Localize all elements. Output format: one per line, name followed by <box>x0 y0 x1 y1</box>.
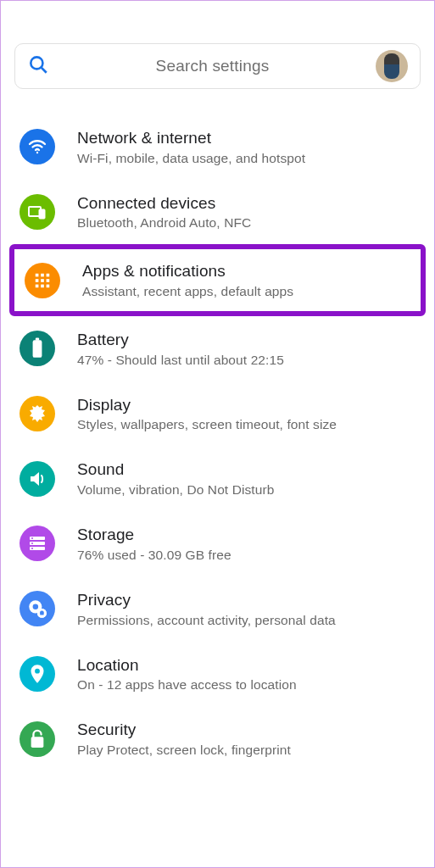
svg-rect-14 <box>33 341 42 359</box>
svg-rect-4 <box>39 209 45 219</box>
item-title: Sound <box>77 459 274 481</box>
item-display[interactable]: Display Styles, wallpapers, screen timeo… <box>1 381 434 447</box>
svg-point-23 <box>33 604 39 610</box>
item-subtitle: Assistant, recent apps, default apps <box>82 284 293 299</box>
security-icon <box>20 721 55 757</box>
svg-rect-28 <box>31 737 44 748</box>
sound-icon <box>20 461 55 497</box>
item-network-internet[interactable]: Network & internet Wi-Fi, mobile, data u… <box>1 114 434 180</box>
svg-rect-15 <box>36 338 39 341</box>
item-title: Display <box>77 395 337 416</box>
apps-icon <box>25 263 60 298</box>
item-title: Privacy <box>77 590 336 611</box>
item-subtitle: Permissions, account activity, personal … <box>77 613 336 628</box>
svg-rect-5 <box>36 273 39 276</box>
item-battery[interactable]: Battery 47% - Should last until about 22… <box>1 316 434 381</box>
item-security[interactable]: Security Play Protect, screen lock, fing… <box>1 706 434 771</box>
item-title: Network & internet <box>77 128 305 149</box>
item-subtitle: Wi-Fi, mobile, data usage, and hotspot <box>77 151 305 166</box>
item-title: Battery <box>77 330 284 351</box>
item-privacy[interactable]: Privacy Permissions, account activity, p… <box>1 576 434 642</box>
svg-rect-9 <box>41 279 44 282</box>
svg-rect-7 <box>47 273 50 276</box>
item-title: Security <box>77 720 291 741</box>
svg-point-19 <box>31 537 33 539</box>
svg-point-20 <box>31 542 33 544</box>
wifi-icon <box>20 129 55 164</box>
storage-icon <box>20 526 55 561</box>
search-icon <box>27 53 49 79</box>
privacy-icon <box>20 591 55 626</box>
svg-rect-10 <box>47 279 50 282</box>
location-icon <box>20 656 55 692</box>
svg-rect-13 <box>47 284 50 287</box>
brightness-icon <box>20 396 55 431</box>
item-subtitle: Bluetooth, Android Auto, NFC <box>77 215 251 231</box>
item-subtitle: On - 12 apps have access to location <box>77 677 297 693</box>
item-title: Apps & notifications <box>82 261 293 282</box>
item-sound[interactable]: Sound Volume, vibration, Do Not Disturb <box>1 446 434 511</box>
search-bar[interactable]: Search settings <box>14 43 421 89</box>
avatar[interactable] <box>376 50 408 82</box>
item-subtitle: Styles, wallpapers, screen timeout, font… <box>77 417 337 432</box>
svg-rect-8 <box>36 279 39 282</box>
item-subtitle: 47% - Should last until about 22:15 <box>77 353 284 368</box>
item-subtitle: Play Protect, screen lock, fingerprint <box>77 743 291 758</box>
item-storage[interactable]: Storage 76% used - 30.09 GB free <box>1 511 434 576</box>
item-location[interactable]: Location On - 12 apps have access to loc… <box>1 642 434 707</box>
svg-point-27 <box>35 669 40 674</box>
item-title: Connected devices <box>77 193 251 214</box>
battery-icon <box>20 331 55 366</box>
svg-point-21 <box>31 548 33 549</box>
svg-rect-6 <box>41 273 44 276</box>
svg-rect-11 <box>36 284 39 287</box>
svg-point-2 <box>36 152 38 153</box>
item-subtitle: Volume, vibration, Do Not Disturb <box>77 482 274 498</box>
item-subtitle: 76% used - 30.09 GB free <box>77 548 231 563</box>
item-connected-devices[interactable]: Connected devices Bluetooth, Android Aut… <box>1 180 434 245</box>
svg-point-0 <box>31 57 42 69</box>
settings-list: Network & internet Wi-Fi, mobile, data u… <box>1 109 434 771</box>
item-title: Storage <box>77 525 231 546</box>
svg-line-1 <box>42 68 47 73</box>
search-placeholder: Search settings <box>49 57 376 75</box>
devices-icon <box>20 194 55 230</box>
item-title: Location <box>77 655 297 676</box>
svg-rect-12 <box>41 284 44 287</box>
item-apps-notifications[interactable]: Apps & notifications Assistant, recent a… <box>9 244 426 316</box>
